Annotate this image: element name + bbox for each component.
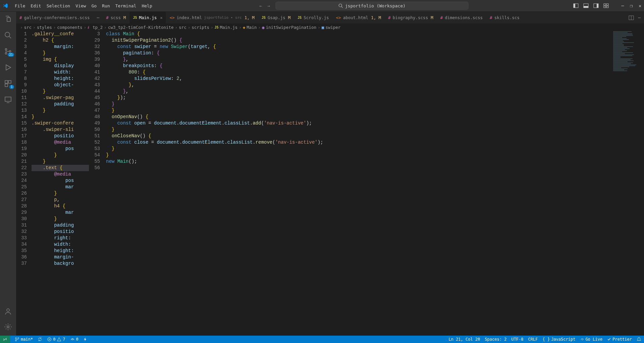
svg-point-15 bbox=[5, 53, 7, 54]
tab-label: Gsap.js bbox=[268, 15, 286, 20]
svg-point-33 bbox=[582, 339, 583, 340]
remote-indicator[interactable] bbox=[0, 336, 10, 343]
sync-icon[interactable] bbox=[38, 337, 42, 342]
crumb[interactable]: Main.js bbox=[220, 25, 238, 30]
menu-go[interactable]: Go bbox=[89, 2, 99, 10]
back-icon[interactable]: ← bbox=[259, 3, 262, 8]
crumb[interactable]: src bbox=[24, 25, 32, 30]
tab-dimensions-scss[interactable]: #dimensions.scss bbox=[437, 12, 486, 23]
minimap[interactable] bbox=[610, 31, 644, 336]
encoding[interactable]: UTF-8 bbox=[511, 337, 524, 342]
minimize-icon[interactable]: ─ bbox=[622, 3, 624, 8]
main: 21 1 #gallery-conferenciers.scss⋯#scssMJ… bbox=[0, 12, 644, 336]
remote-explorer-icon[interactable] bbox=[4, 96, 12, 104]
tab-gallery-conferenciers-scss[interactable]: #gallery-conferenciers.scss bbox=[16, 12, 93, 23]
menu-file[interactable]: File bbox=[12, 2, 28, 10]
tab-scss[interactable]: #scssM bbox=[103, 12, 130, 23]
prettier[interactable]: Prettier bbox=[607, 337, 632, 342]
variable-icon: ▣ bbox=[321, 25, 324, 30]
panel-right-icon[interactable] bbox=[593, 3, 599, 8]
menu-edit[interactable]: Edit bbox=[28, 2, 44, 10]
tab-label: Scrolly.js bbox=[304, 15, 329, 20]
scm-badge: 21 bbox=[8, 53, 14, 57]
crumb[interactable]: scripts bbox=[192, 25, 209, 30]
menu-view[interactable]: View bbox=[73, 2, 89, 10]
explorer-icon[interactable] bbox=[4, 15, 12, 23]
crumb[interactable]: cw3_tp2-timConf-Kirbtonite bbox=[108, 25, 174, 30]
accounts-icon[interactable] bbox=[4, 307, 12, 315]
crumb[interactable]: initSwiperPagination bbox=[266, 25, 316, 30]
crumb[interactable]: components bbox=[57, 25, 82, 30]
tab-Main-js[interactable]: JSMain.js✕ bbox=[130, 12, 166, 23]
tab-dirty: M bbox=[123, 15, 126, 20]
tab-index-html[interactable]: <>index.htmljsportfolio • src1, M bbox=[166, 12, 258, 23]
run-debug-icon[interactable] bbox=[4, 63, 12, 71]
js-icon: JS bbox=[262, 16, 266, 19]
source-control-icon[interactable]: 21 bbox=[4, 47, 12, 55]
activitybar: 21 1 bbox=[0, 12, 16, 336]
more-actions-icon[interactable]: ⋯ bbox=[638, 15, 641, 20]
js-icon: JS bbox=[214, 26, 218, 29]
svg-rect-17 bbox=[5, 81, 8, 83]
close-icon[interactable]: ✕ bbox=[160, 15, 163, 20]
maximize-icon[interactable]: ❐ bbox=[630, 3, 633, 8]
eol[interactable]: CRLF bbox=[528, 337, 538, 342]
menu-help[interactable]: Help bbox=[139, 2, 155, 10]
indentation[interactable]: Spaces: 2 bbox=[485, 337, 507, 342]
svg-rect-8 bbox=[604, 4, 606, 5]
breadcrumb-right[interactable]: tp_2› cw3_tp2-timConf-Kirbtonite› src› s… bbox=[89, 23, 644, 31]
left-pane: › src› styles› components› # ga 12345678… bbox=[16, 23, 89, 336]
layout-grid-icon[interactable] bbox=[603, 3, 609, 8]
scss-icon: # bbox=[388, 15, 391, 20]
crumb[interactable]: Main bbox=[247, 25, 257, 30]
git-branch[interactable]: main* bbox=[15, 337, 33, 342]
bell-icon[interactable] bbox=[637, 337, 641, 342]
menu-run[interactable]: Run bbox=[99, 2, 112, 10]
menu-terminal[interactable]: Terminal bbox=[113, 2, 139, 10]
svg-point-22 bbox=[7, 309, 9, 311]
class-icon: ◈ bbox=[243, 25, 245, 30]
crumb[interactable]: src bbox=[179, 25, 187, 30]
tab-dirty: M bbox=[431, 15, 433, 20]
panel-bottom-icon[interactable] bbox=[583, 3, 589, 8]
tab-biography-scss[interactable]: #biography.scssM bbox=[385, 12, 437, 23]
panel-left-icon[interactable] bbox=[573, 3, 579, 8]
forward-icon[interactable]: → bbox=[267, 3, 270, 8]
tab-Gsap-js[interactable]: JSGsap.jsM bbox=[258, 12, 294, 23]
menu-selection[interactable]: Selection bbox=[44, 2, 73, 10]
svg-point-32 bbox=[72, 340, 73, 340]
tab-label: about.html bbox=[343, 15, 368, 20]
tab-label: Main.js bbox=[139, 15, 157, 20]
go-live[interactable]: Go Live bbox=[580, 337, 603, 342]
tab-label: dimensions.scss bbox=[445, 15, 483, 20]
scss-icon: # bbox=[106, 15, 109, 20]
svg-rect-9 bbox=[606, 4, 608, 5]
crumb[interactable]: tp_2 bbox=[93, 25, 103, 30]
crumb[interactable]: styles bbox=[37, 25, 52, 30]
search-icon[interactable] bbox=[4, 31, 12, 39]
tab-about-html[interactable]: <>about.html1, M bbox=[333, 12, 385, 23]
settings-icon[interactable] bbox=[4, 323, 12, 331]
scss-icon: # bbox=[440, 15, 443, 20]
tab-Scrolly-js[interactable]: JSScrolly.js bbox=[294, 12, 333, 23]
ports[interactable]: 0 bbox=[70, 337, 79, 342]
svg-point-0 bbox=[339, 4, 342, 7]
left-code[interactable]: 1234567891011121314151617181920212223242… bbox=[16, 31, 89, 336]
right-code[interactable]: 3293236394041424344454647484950515253545… bbox=[89, 31, 644, 336]
crumb[interactable]: swiper bbox=[326, 25, 341, 30]
split-editor-icon[interactable] bbox=[629, 15, 634, 20]
titlebar-right: ─ ❐ ✕ bbox=[573, 3, 641, 8]
problems[interactable]: 0 7 bbox=[47, 337, 65, 342]
close-icon[interactable]: ✕ bbox=[639, 3, 641, 8]
language-mode[interactable]: { } JavaScript bbox=[543, 337, 576, 342]
svg-line-1 bbox=[342, 7, 343, 8]
tab-path: jsportfolio • src bbox=[204, 15, 242, 20]
editor-area: #gallery-conferenciers.scss⋯#scssMJSMain… bbox=[16, 12, 644, 336]
command-center[interactable]: jsportfolio (Workspace) bbox=[276, 2, 468, 10]
tab-overflow[interactable]: ⋯ bbox=[93, 12, 103, 23]
tab-skills-scss[interactable]: #skills.scs bbox=[486, 12, 523, 23]
breadcrumb-left[interactable]: › src› styles› components› # ga bbox=[16, 23, 89, 31]
cursor-position[interactable]: Ln 21, Col 20 bbox=[449, 337, 480, 342]
lightning-icon[interactable] bbox=[83, 337, 87, 342]
extensions-icon[interactable]: 1 bbox=[4, 80, 12, 88]
